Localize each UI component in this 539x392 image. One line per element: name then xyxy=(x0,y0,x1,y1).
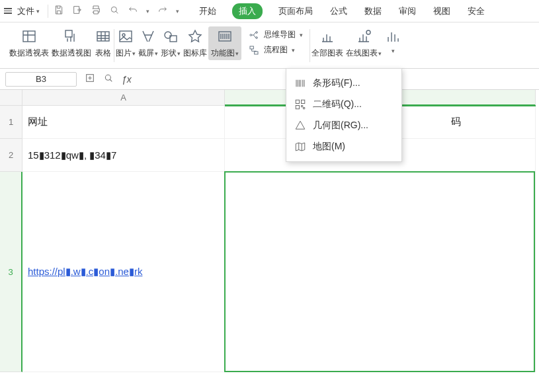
zoom-icon[interactable] xyxy=(103,73,114,85)
tab-start[interactable]: 开始 xyxy=(198,3,218,19)
row-header-1[interactable]: 1 xyxy=(0,106,22,139)
bar-chart-icon xyxy=(384,28,402,45)
online-chart-button[interactable]: 在线图表▾ xyxy=(345,26,383,60)
svg-rect-19 xyxy=(296,106,299,109)
preview-icon[interactable] xyxy=(109,5,120,17)
cell-a3-link[interactable]: https://pl▮.w▮.c▮on▮.ne▮rk xyxy=(28,266,142,278)
chevron-down-icon: ▾ xyxy=(36,8,40,15)
pivot-chart-label: 数据透视图 xyxy=(52,48,91,59)
cell-a2[interactable]: 15▮312▮qw▮, ▮34▮7 xyxy=(22,139,225,172)
svg-point-14 xyxy=(366,30,370,34)
iconlib-button[interactable]: 图标库 xyxy=(182,26,208,60)
row-header-3[interactable]: 3 xyxy=(0,172,22,372)
file-menu-button[interactable]: 文件 ▾ xyxy=(15,4,42,19)
pivot-chart-button[interactable]: 数据透视图 xyxy=(50,26,93,60)
dropdown-qrcode[interactable]: 二维码(Q)... xyxy=(286,94,401,115)
flowchart-button[interactable]: 流程图▾ xyxy=(248,44,303,56)
tab-review[interactable]: 审阅 xyxy=(397,3,417,19)
svg-point-10 xyxy=(256,31,258,33)
cell-a1[interactable]: 网址 xyxy=(22,106,225,139)
tab-insert[interactable]: 插入 xyxy=(232,3,263,19)
bar-chart-button[interactable]: ▾ xyxy=(383,26,403,56)
function-image-button[interactable]: 功能图▾ xyxy=(208,26,241,60)
redo-icon[interactable] xyxy=(157,5,168,17)
dropdown-barcode[interactable]: 条形码(F)... xyxy=(286,73,401,94)
chevron-down-icon: ▾ xyxy=(177,50,181,57)
redo-caret-icon[interactable]: ▾ xyxy=(176,8,179,15)
function-image-icon xyxy=(216,28,234,45)
dropdown-map-label: 地图(M) xyxy=(313,141,345,153)
svg-rect-2 xyxy=(65,30,72,37)
ribbon: 数据透视表 数据透视图 表格 图片▾ 截屏▾ 形状▾ 图标库 功能图▾ 思维导图… xyxy=(0,22,539,69)
flowchart-label: 流程图 xyxy=(264,44,288,56)
chevron-down-icon: ▾ xyxy=(300,32,303,38)
iconlib-label: 图标库 xyxy=(183,48,207,59)
chevron-down-icon: ▾ xyxy=(392,48,395,54)
screenshot-button[interactable]: 截屏▾ xyxy=(137,26,159,60)
row-header-2[interactable]: 2 xyxy=(0,139,22,172)
fx-label[interactable]: ƒx xyxy=(122,74,132,85)
undo-icon[interactable] xyxy=(128,5,138,17)
table-button[interactable]: 表格 xyxy=(93,26,114,60)
svg-rect-17 xyxy=(296,100,299,103)
online-chart-label: 在线图表 xyxy=(346,48,378,59)
shape-button[interactable]: 形状▾ xyxy=(159,26,182,60)
picture-label: 图片 xyxy=(116,48,132,59)
shape-icon xyxy=(161,28,180,45)
dropdown-geometry-label: 几何图(RG)... xyxy=(313,120,368,132)
export-icon[interactable] xyxy=(72,5,83,17)
cell-a3[interactable]: https://pl▮.w▮.c▮on▮.ne▮rk xyxy=(22,172,225,372)
function-image-dropdown: 条形码(F)... 二维码(Q)... 几何图(RG)... 地图(M) xyxy=(286,68,402,162)
dropdown-geometry[interactable]: 几何图(RG)... xyxy=(286,115,401,136)
svg-point-5 xyxy=(122,34,125,36)
barcode-icon xyxy=(294,77,306,89)
name-box[interactable]: B3 xyxy=(5,72,77,87)
mindmap-label: 思维导图 xyxy=(264,29,296,40)
cell-b1-text: 码 xyxy=(451,116,461,128)
save-icon[interactable] xyxy=(54,5,64,17)
tab-view[interactable]: 视图 xyxy=(432,3,452,19)
ribbon-tabs: 开始 插入 页面布局 公式 数据 审阅 视图 安全 xyxy=(198,3,486,19)
svg-point-11 xyxy=(256,36,258,38)
flowchart-icon xyxy=(248,45,260,56)
dropdown-icon[interactable] xyxy=(85,73,95,85)
column-header-a[interactable]: A xyxy=(22,90,225,106)
function-image-label: 功能图 xyxy=(211,48,235,59)
svg-rect-12 xyxy=(250,46,253,49)
all-chart-button[interactable]: 全部图表 xyxy=(310,26,345,60)
chevron-down-icon: ▾ xyxy=(235,50,239,57)
pivot-table-label: 数据透视表 xyxy=(9,48,49,59)
tab-formula[interactable]: 公式 xyxy=(329,3,349,19)
undo-caret-icon[interactable]: ▾ xyxy=(146,8,149,15)
svg-rect-4 xyxy=(120,31,132,42)
mindmap-button[interactable]: 思维导图▾ xyxy=(248,29,303,40)
select-all-corner[interactable] xyxy=(0,90,22,106)
cell-b3[interactable] xyxy=(225,172,536,372)
formula-bar: B3 ƒx xyxy=(0,69,539,90)
svg-rect-13 xyxy=(255,52,258,54)
menu-bar: 文件 ▾ ▾ ▾ 开始 插入 页面布局 公式 数据 审阅 视图 安全 xyxy=(0,0,539,22)
mindmap-icon xyxy=(248,30,260,40)
tab-data[interactable]: 数据 xyxy=(363,3,383,19)
svg-rect-3 xyxy=(97,32,109,41)
table-icon xyxy=(94,28,112,45)
chevron-down-icon: ▾ xyxy=(132,50,136,57)
chevron-down-icon: ▾ xyxy=(292,47,295,54)
chevron-down-icon: ▾ xyxy=(155,50,158,57)
tab-security[interactable]: 安全 xyxy=(466,3,486,19)
picture-button[interactable]: 图片▾ xyxy=(114,26,137,60)
hamburger-icon[interactable] xyxy=(4,8,12,14)
picture-icon xyxy=(116,28,135,45)
dropdown-map[interactable]: 地图(M) xyxy=(286,136,401,157)
dropdown-barcode-label: 条形码(F)... xyxy=(313,77,360,89)
pivot-chart-icon xyxy=(62,28,81,45)
table-label: 表格 xyxy=(95,48,111,59)
pivot-table-button[interactable]: 数据透视表 xyxy=(0,26,50,60)
spreadsheet-grid[interactable]: A B 1 2 3 网址 码 15▮312▮qw▮, ▮34▮7 https:/… xyxy=(0,90,539,392)
quick-access-toolbar: ▾ ▾ xyxy=(54,5,179,17)
file-label: 文件 xyxy=(17,5,34,17)
svg-rect-18 xyxy=(302,100,305,103)
tab-pagelayout[interactable]: 页面布局 xyxy=(277,3,314,19)
iconlib-icon xyxy=(186,28,204,45)
print-icon[interactable] xyxy=(91,5,101,17)
